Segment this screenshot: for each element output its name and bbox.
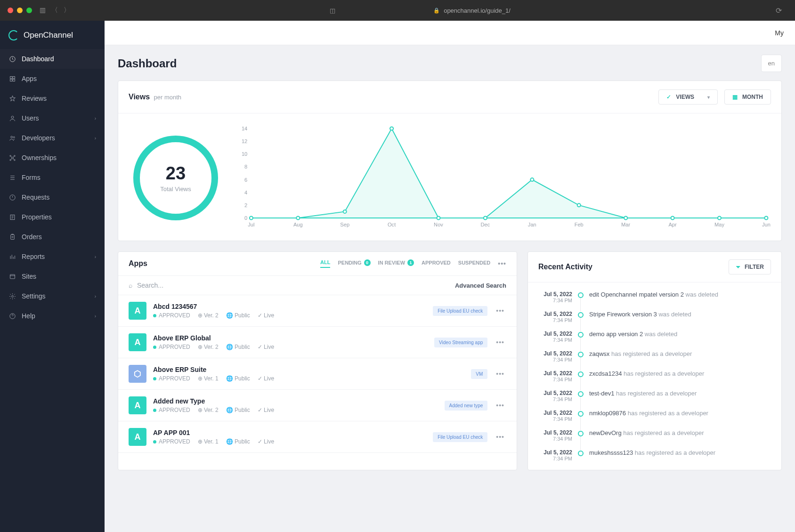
locale-input[interactable]: en [761, 55, 782, 72]
sidebar-item-settings[interactable]: Settings› [0, 286, 105, 306]
sidebar-toggle-icon[interactable]: ▥ [40, 6, 46, 15]
app-row[interactable]: A Above ERP Global APPROVED ⊕ Ver. 2 🌐 P… [118, 327, 517, 358]
sidebar-item-sites[interactable]: Sites [0, 266, 105, 286]
app-row[interactable]: ⬡ Above ERP Suite APPROVED ⊕ Ver. 1 🌐 Pu… [118, 358, 517, 390]
row-more-icon[interactable]: ••• [494, 307, 506, 314]
svg-rect-15 [10, 234, 14, 239]
reload-icon[interactable]: ⟳ [770, 6, 787, 15]
forward-icon[interactable]: 〉 [64, 6, 70, 15]
activity-time: 7:34 PM [538, 416, 572, 422]
svg-rect-1 [10, 76, 12, 78]
row-more-icon[interactable]: ••• [494, 433, 506, 441]
sidebar-item-orders[interactable]: Orders [0, 227, 105, 247]
app-live: ✓ Live [258, 438, 274, 445]
activity-text: mukeshssss123 has registered as a develo… [589, 449, 771, 461]
properties-icon [8, 213, 16, 221]
svg-point-38 [764, 217, 768, 220]
more-icon[interactable]: ••• [498, 260, 506, 267]
activity-row: Jul 5, 20227:34 PM newDevOrg has registe… [528, 426, 781, 445]
sidebar-item-label: Settings [22, 292, 46, 300]
sidebar-item-reviews[interactable]: Reviews [0, 89, 105, 108]
tab-label: APPROVED [422, 260, 451, 266]
activity-text: demo app version 2 was deleted [589, 330, 771, 343]
activity-time: 7:34 PM [538, 298, 572, 303]
close-window-button[interactable] [8, 8, 13, 13]
settings-icon [8, 292, 16, 300]
svg-point-11 [9, 159, 11, 161]
topbar-user[interactable]: My [775, 29, 784, 37]
period-select[interactable]: ▦ MONTH [724, 89, 771, 105]
svg-point-31 [437, 217, 440, 220]
sidebar-item-ownerships[interactable]: Ownerships [0, 148, 105, 168]
app-visibility: 🌐 Public [226, 375, 250, 382]
metric-select[interactable]: ✓ VIEWS ▾ [658, 89, 718, 105]
forms-icon [8, 174, 16, 181]
row-more-icon[interactable]: ••• [494, 402, 506, 409]
ownership-icon [8, 154, 16, 161]
app-visibility: 🌐 Public [226, 438, 250, 445]
app-row[interactable]: A Abcd 1234567 APPROVED ⊕ Ver. 2 🌐 Publi… [118, 295, 517, 327]
svg-text:Nov: Nov [434, 222, 443, 227]
app-status: APPROVED [153, 375, 190, 382]
maximize-window-button[interactable] [26, 8, 32, 13]
activity-row: Jul 5, 20227:34 PM zaqwsx has registered… [528, 347, 781, 366]
sidebar-item-reports[interactable]: Reports› [0, 247, 105, 266]
shield-icon[interactable]: ◫ [330, 7, 335, 14]
advanced-search-link[interactable]: Advanced Search [455, 282, 506, 289]
svg-rect-4 [13, 79, 15, 81]
tab-approved[interactable]: APPROVED [422, 260, 451, 267]
tab-suspended[interactable]: SUSPENDED [458, 260, 490, 267]
activity-text: test-dev1 has registered as a developer [589, 390, 771, 402]
sidebar-item-forms[interactable]: Forms [0, 168, 105, 187]
activity-dot-icon [578, 451, 584, 456]
sidebar-item-dashboard[interactable]: Dashboard [0, 49, 105, 69]
logo-icon [8, 30, 19, 40]
activity-title: Recent Activity [538, 263, 592, 271]
sidebar-item-label: Sites [22, 273, 36, 280]
tab-in-review[interactable]: IN REVIEW1 [378, 259, 414, 268]
dashboard-icon [8, 55, 16, 63]
sidebar-item-help[interactable]: Help› [0, 306, 105, 326]
orders-icon [8, 233, 16, 241]
tab-count-badge: 1 [407, 259, 414, 266]
svg-text:May: May [714, 222, 724, 227]
sidebar-item-label: Requests [22, 193, 49, 201]
sidebar-item-users[interactable]: Users› [0, 108, 105, 128]
minimize-window-button[interactable] [17, 8, 23, 13]
tab-pending[interactable]: PENDING0 [338, 259, 370, 268]
sidebar-item-label: Forms [22, 174, 41, 181]
chevron-right-icon: › [95, 136, 96, 141]
back-icon[interactable]: 〈 [51, 6, 58, 15]
page-title: Dashboard [118, 57, 177, 70]
sidebar-item-apps[interactable]: Apps [0, 69, 105, 89]
sidebar-item-label: Orders [22, 233, 42, 241]
activity-dot-icon [578, 292, 584, 298]
logo[interactable]: OpenChannel [0, 21, 105, 49]
activity-row: Jul 5, 20227:34 PM edit Openchannel mpat… [528, 287, 781, 307]
sidebar-item-requests[interactable]: Requests [0, 187, 105, 207]
svg-text:Apr: Apr [668, 222, 677, 227]
svg-point-6 [10, 136, 12, 138]
address-bar[interactable]: openchannel.io/guide_1/ [444, 7, 511, 14]
apps-search-input[interactable] [137, 282, 455, 289]
row-more-icon[interactable]: ••• [494, 370, 506, 378]
filter-icon: ⏷ [736, 264, 741, 270]
sidebar-item-label: Reviews [22, 95, 47, 102]
sidebar-item-properties[interactable]: Properties [0, 207, 105, 227]
activity-row: Jul 5, 20227:34 PM test-dev1 has registe… [528, 386, 781, 406]
activity-card: Recent Activity ⏷ FILTER Jul 5, 20227:34… [527, 251, 782, 470]
tab-all[interactable]: ALL [320, 259, 330, 268]
filter-button[interactable]: ⏷ FILTER [729, 259, 771, 274]
svg-point-32 [484, 217, 487, 220]
sidebar-item-developers[interactable]: Developers› [0, 128, 105, 148]
svg-point-10 [14, 155, 15, 156]
app-row[interactable]: A Added new Type APPROVED ⊕ Ver. 2 🌐 Pub… [118, 390, 517, 421]
chevron-right-icon: › [95, 314, 96, 319]
app-row[interactable]: A AP APP 001 APPROVED ⊕ Ver. 1 🌐 Public … [118, 421, 517, 453]
activity-dot-icon [578, 312, 584, 318]
sidebar-item-label: Help [22, 312, 35, 320]
row-more-icon[interactable]: ••• [494, 339, 506, 346]
svg-point-34 [577, 203, 581, 207]
app-status: APPROVED [153, 407, 190, 413]
activity-text: nmklop09876 has registered as a develope… [589, 410, 771, 422]
